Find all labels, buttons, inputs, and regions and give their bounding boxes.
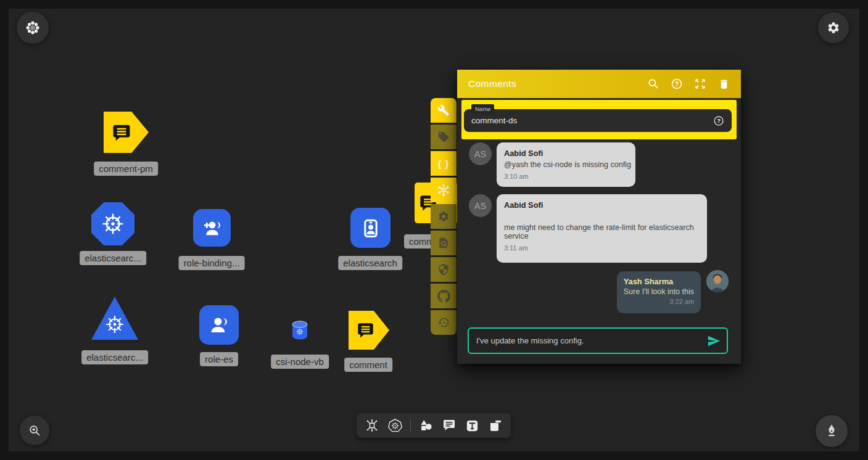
node-label: elasticsearc... <box>81 350 148 364</box>
person-add-icon <box>201 217 223 239</box>
panel-title: Comments <box>468 78 637 89</box>
node-role-binding[interactable] <box>193 209 231 247</box>
pen-nib-icon <box>824 424 839 438</box>
gear-icon <box>437 210 450 223</box>
node-label: role-es <box>200 352 238 366</box>
doc-search-icon <box>437 237 450 249</box>
node-label: csi-node-vb <box>271 355 329 369</box>
braces-icon: { } <box>438 158 450 169</box>
help-circle-icon[interactable]: ? <box>713 115 724 126</box>
comment-tool-icon[interactable] <box>441 417 457 433</box>
toolbar-github-button[interactable] <box>431 284 457 308</box>
message-text: @yash the csi-node is missing config <box>504 160 628 169</box>
help-icon[interactable]: ? <box>669 76 684 91</box>
mesh-hub-icon <box>437 183 450 197</box>
toolbar-configure-button[interactable] <box>431 98 457 123</box>
message-text: Sure I'll look into this <box>624 287 694 296</box>
gear-icon <box>827 21 840 35</box>
expand-icon[interactable] <box>693 76 708 91</box>
zoom-button[interactable] <box>20 416 49 445</box>
pen-tool-button[interactable] <box>816 415 848 447</box>
node-elasticsearch-serviceaccount[interactable] <box>350 208 391 248</box>
node-label: elasticsearch <box>338 256 402 270</box>
note-icon[interactable] <box>487 417 503 433</box>
toolbar-config-code-button[interactable]: { } <box>431 151 457 176</box>
name-field-label: Name <box>471 104 494 113</box>
kubernetes-wheel-icon <box>101 212 125 236</box>
wrench-icon <box>437 104 450 117</box>
message-author: Aabid Sofi <box>504 200 700 210</box>
people-icon <box>207 313 231 337</box>
github-icon <box>437 290 450 303</box>
search-icon[interactable] <box>646 76 661 91</box>
history-icon <box>437 316 450 329</box>
shapes-icon[interactable] <box>418 417 434 433</box>
node-role-es[interactable] <box>199 305 239 345</box>
message-bubble: Aabid Sofi @yash the csi-node is missing… <box>497 142 635 187</box>
message-author: Aabid Sofi <box>504 149 628 158</box>
toolbar-tag-button[interactable] <box>431 125 457 149</box>
toolbar-divider <box>410 419 411 432</box>
avatar-initials: AS <box>474 149 486 159</box>
message-bubble: Aabid Sofi me might need to change the r… <box>497 194 707 263</box>
zoom-in-icon <box>28 424 41 437</box>
toolbar-security-button[interactable] <box>431 257 457 282</box>
tag-icon <box>437 131 450 143</box>
comment-composer[interactable] <box>468 327 728 354</box>
avatar-photo <box>706 270 729 292</box>
message-time: 3:11 am <box>504 244 700 252</box>
shield-icon <box>437 263 450 276</box>
toolbar-find-in-doc-button[interactable] <box>431 231 457 255</box>
message-time: 3:22 am <box>624 298 694 305</box>
avatar: AS <box>469 142 492 165</box>
cylinder-icon <box>291 320 309 341</box>
avatar: AS <box>469 194 492 217</box>
node-action-toolbar: { } <box>431 98 457 335</box>
component-graph-icon[interactable] <box>364 417 380 433</box>
comment-bubble-icon <box>111 122 132 143</box>
message-author: Yash Sharma <box>624 277 694 286</box>
comment-input[interactable] <box>476 336 707 345</box>
message-bubble: Yash Sharma Sure I'll look into this 3:2… <box>617 271 701 313</box>
message-time: 3:10 am <box>504 173 628 180</box>
node-label: comment <box>344 358 392 372</box>
delete-icon[interactable] <box>716 76 731 91</box>
kubernetes-icon[interactable] <box>387 417 403 433</box>
svg-text:?: ? <box>717 118 721 124</box>
settings-button[interactable] <box>818 12 849 43</box>
shape-tools-toolbar <box>357 413 511 438</box>
node-label: comment-pm <box>94 162 158 176</box>
name-field[interactable]: Name ? <box>464 109 732 132</box>
kubernetes-wheel-icon <box>104 314 125 335</box>
toolbar-mesh-button[interactable] <box>431 178 457 202</box>
id-badge-icon <box>359 216 382 240</box>
app-logo-button[interactable] <box>17 12 49 44</box>
avatar-initials: AS <box>474 201 486 211</box>
comments-panel-header[interactable]: Comments ? <box>457 70 741 98</box>
svg-text:?: ? <box>675 81 679 88</box>
toolbar-history-button[interactable] <box>431 310 457 335</box>
comment-bubble-icon <box>356 321 375 340</box>
flower-logo-icon <box>25 20 41 36</box>
name-input[interactable] <box>471 116 713 125</box>
node-label: role-binding... <box>179 256 245 270</box>
node-elasticsearch-octagon[interactable] <box>91 202 134 245</box>
comments-panel: Comments ? Name ? AS Aabid Sofi @yash th… <box>457 70 741 364</box>
send-icon[interactable] <box>707 334 721 348</box>
name-field-wrapper: Name ? <box>461 100 737 139</box>
text-tool-icon[interactable] <box>465 417 481 433</box>
toolbar-settings-button[interactable] <box>431 204 457 229</box>
node-csi-node-vb[interactable] <box>291 320 309 341</box>
message-text: me might need to change the rate-limit f… <box>504 223 700 240</box>
node-label: elasticsearc... <box>80 251 146 265</box>
